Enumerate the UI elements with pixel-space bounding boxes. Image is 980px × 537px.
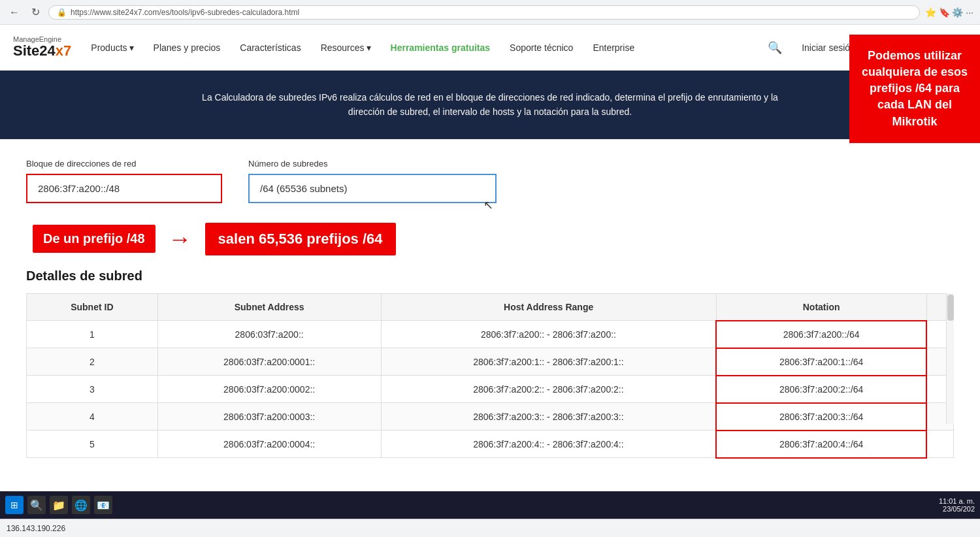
cell-notation: 2806:3f7:a200:3::/64 bbox=[716, 403, 926, 431]
profile-icon: ⭐ 🔖 ⚙️ ··· bbox=[925, 7, 973, 18]
cell-id: 5 bbox=[27, 431, 158, 458]
hero-section: La Calculadora de subredes IPv6 realiza … bbox=[0, 71, 980, 139]
cell-range: 2806:3f7:a200:3:: - 2806:3f7:a200:3:: bbox=[381, 403, 716, 431]
block-input[interactable] bbox=[26, 174, 222, 203]
url-text: https://www.site24x7.com/es/tools/ipv6-s… bbox=[71, 8, 299, 17]
form-area: Bloque de direcciones de red Número de s… bbox=[26, 159, 954, 203]
cell-notation: 2806:3f7:a200:4::/64 bbox=[716, 431, 926, 458]
subnets-field-group: Número de subredes bbox=[248, 159, 497, 203]
refresh-button[interactable]: ↻ bbox=[27, 5, 43, 20]
cell-notation: 2806:3f7:a200::/64 bbox=[716, 321, 926, 348]
table-title: Detalles de subred bbox=[26, 268, 954, 284]
browser-chrome: ← ↻ 🔒 https://www.site24x7.com/es/tools/… bbox=[0, 0, 980, 25]
nav-products[interactable]: Products ▾ bbox=[91, 42, 133, 53]
scrollbar[interactable] bbox=[946, 293, 954, 424]
col-header-notation: Notation bbox=[716, 293, 926, 321]
chevron-down-icon-resources: ▾ bbox=[367, 42, 371, 53]
cell-address: 2806:03f7:a200:0001:: bbox=[157, 348, 381, 376]
cell-range: 2806:3f7:a200:2:: - 2806:3f7:a200:2:: bbox=[381, 376, 716, 403]
annotation-result-label: salen 65,536 prefijos /64 bbox=[205, 223, 396, 255]
main-content: Podemos utilizar cualquiera de esos pref… bbox=[0, 139, 980, 478]
subnets-label: Número de subredes bbox=[248, 159, 497, 169]
hero-description: La Calculadora de subredes IPv6 realiza … bbox=[196, 90, 784, 120]
annotation-arrow: → bbox=[169, 225, 192, 253]
cell-address: 2806:03f7:a200:: bbox=[157, 321, 381, 348]
table-row: 42806:03f7:a200:0003::2806:3f7:a200:3:: … bbox=[27, 403, 954, 431]
back-button[interactable]: ← bbox=[7, 5, 22, 20]
search-icon[interactable]: 🔍 bbox=[768, 41, 782, 55]
block-label: Bloque de direcciones de red bbox=[26, 159, 222, 169]
table-section: Detalles de subred Subnet ID Subnet Addr… bbox=[26, 268, 954, 459]
navbar: ManageEngine Site24x7 Products ▾ Planes … bbox=[0, 25, 980, 71]
right-annotation-box: Podemos utilizar cualquiera de esos pref… bbox=[849, 35, 980, 143]
table-row: 12806:03f7:a200::2806:3f7:a200:: - 2806:… bbox=[27, 321, 954, 348]
col-header-range: Host Address Range bbox=[381, 293, 716, 321]
nav-soporte[interactable]: Soporte técnico bbox=[510, 42, 573, 53]
table-header: Subnet ID Subnet Address Host Address Ra… bbox=[27, 293, 954, 321]
cell-range: 2806:3f7:a200:1:: - 2806:3f7:a200:1:: bbox=[381, 348, 716, 376]
cell-id: 4 bbox=[27, 403, 158, 431]
scrollbar-cell bbox=[926, 431, 954, 458]
cell-notation: 2806:3f7:a200:1::/64 bbox=[716, 348, 926, 376]
cell-address: 2806:03f7:a200:0002:: bbox=[157, 376, 381, 403]
cursor-indicator: ↖ bbox=[483, 198, 493, 212]
nav-herramientas[interactable]: Herramientas gratuitas bbox=[391, 42, 491, 53]
cell-range: 2806:3f7:a200:: - 2806:3f7:a200:: bbox=[381, 321, 716, 348]
lock-icon: 🔒 bbox=[57, 8, 67, 17]
cell-address: 2806:03f7:a200:0003:: bbox=[157, 403, 381, 431]
subnets-input[interactable] bbox=[248, 174, 497, 203]
subnet-table: Subnet ID Subnet Address Host Address Ra… bbox=[26, 293, 954, 459]
cell-address: 2806:03f7:a200:0004:: bbox=[157, 431, 381, 458]
table-row: 22806:03f7:a200:0001::2806:3f7:a200:1:: … bbox=[27, 348, 954, 376]
annotation-row: De un prefijo /48 → salen 65,536 prefijo… bbox=[26, 223, 954, 255]
signin-button[interactable]: Iniciar sesión bbox=[802, 42, 855, 53]
url-bar[interactable]: 🔒 https://www.site24x7.com/es/tools/ipv6… bbox=[48, 5, 920, 20]
table-row: 32806:03f7:a200:0002::2806:3f7:a200:2:: … bbox=[27, 376, 954, 403]
scrollbar-thumb[interactable] bbox=[947, 295, 954, 321]
nav-resources[interactable]: Resources ▾ bbox=[321, 42, 371, 53]
cell-range: 2806:3f7:a200:4:: - 2806:3f7:a200:4:: bbox=[381, 431, 716, 458]
browser-toolbar: ⭐ 🔖 ⚙️ ··· bbox=[925, 7, 973, 18]
nav-enterprise[interactable]: Enterprise bbox=[593, 42, 634, 53]
cell-id: 2 bbox=[27, 348, 158, 376]
col-header-address: Subnet Address bbox=[157, 293, 381, 321]
cell-id: 1 bbox=[27, 321, 158, 348]
nav-planes[interactable]: Planes y precios bbox=[154, 42, 221, 53]
logo[interactable]: ManageEngine Site24x7 bbox=[13, 35, 71, 59]
cell-notation: 2806:3f7:a200:2::/64 bbox=[716, 376, 926, 403]
table-body: 12806:03f7:a200::2806:3f7:a200:: - 2806:… bbox=[27, 321, 954, 458]
col-header-id: Subnet ID bbox=[27, 293, 158, 321]
annotation-prefix-label: De un prefijo /48 bbox=[33, 225, 155, 253]
cell-id: 3 bbox=[27, 376, 158, 403]
table-row: 52806:03f7:a200:0004::2806:3f7:a200:4:: … bbox=[27, 431, 954, 458]
nav-caracteristicas[interactable]: Características bbox=[240, 42, 301, 53]
block-field-group: Bloque de direcciones de red bbox=[26, 159, 222, 203]
chevron-down-icon: ▾ bbox=[129, 42, 134, 53]
logo-main: Site24x7 bbox=[13, 43, 71, 59]
